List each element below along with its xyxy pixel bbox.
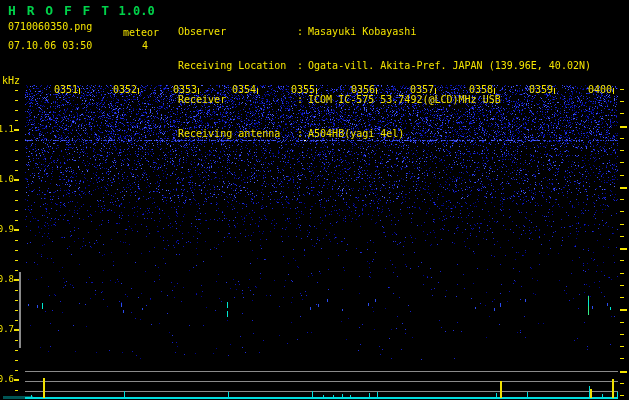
observation-mode: meteor	[123, 27, 159, 38]
row-separator: :	[297, 26, 303, 37]
time-tick-label: 0400	[588, 84, 612, 95]
output-filename: 0710060350.png	[8, 21, 92, 32]
hrofft-output-image: H R O F F T1.0.0 0710060350.png meteor 0…	[0, 0, 629, 400]
row-separator: :	[297, 60, 303, 71]
app-version: 1.0.0	[119, 4, 155, 18]
row-separator: :	[297, 128, 303, 139]
row-label: Receiver	[178, 94, 297, 105]
time-tick-label: 0359	[529, 84, 553, 95]
freq-tick-label: 0.9	[0, 224, 14, 234]
row-label: Receiving Location	[178, 60, 297, 71]
row-value: Masayuki Kobayashi	[308, 26, 416, 37]
freq-tick-label: 0.6	[0, 374, 14, 384]
app-name: H R O F F T	[8, 3, 111, 18]
row-label: Receiving antenna	[178, 128, 297, 139]
time-tick-label: 0355	[291, 84, 315, 95]
time-tick-label: 0357	[410, 84, 434, 95]
time-tick-label: 0358	[469, 84, 493, 95]
time-tick-label: 0351	[54, 84, 78, 95]
meteor-count: 4	[142, 40, 148, 51]
row-value: Ogata-vill. Akita-Pref. JAPAN (139.96E, …	[308, 60, 591, 71]
freq-tick-label: 0.7	[0, 324, 14, 334]
station-row-receiver: Receiver:ICOM IC-575 53.7492(@LCD)MHz US…	[178, 94, 591, 105]
time-tick-label: 0354	[232, 84, 256, 95]
row-label: Observer	[178, 26, 297, 37]
freq-axis-unit: kHz	[2, 75, 20, 86]
time-tick-label: 0356	[351, 84, 375, 95]
observation-datetime: 07.10.06 03:50	[8, 40, 92, 51]
time-tick-label: 0353	[173, 84, 197, 95]
station-row-observer: Observer:Masayuki Kobayashi	[178, 26, 591, 37]
row-separator: :	[297, 94, 303, 105]
time-tick-label: 0352	[113, 84, 137, 95]
station-row-location: Receiving Location:Ogata-vill. Akita-Pre…	[178, 60, 591, 71]
app-title: H R O F F T1.0.0	[8, 3, 155, 18]
freq-tick-label: 1.1	[0, 124, 14, 134]
row-value: ICOM IC-575 53.7492(@LCD)MHz USB	[308, 94, 501, 105]
station-row-antenna: Receiving antenna:A504HB(yagi 4el)	[178, 128, 591, 139]
freq-tick-label: 1.0	[0, 174, 14, 184]
freq-tick-label: 0.8	[0, 274, 14, 284]
row-value: A504HB(yagi 4el)	[308, 128, 404, 139]
station-info: Observer:Masayuki Kobayashi Receiving Lo…	[178, 3, 591, 163]
